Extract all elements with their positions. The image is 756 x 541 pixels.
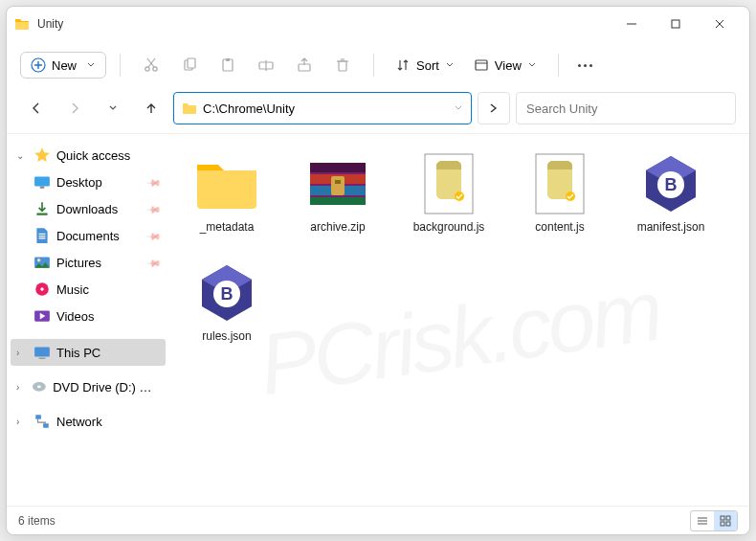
json-icon: B [189, 259, 264, 327]
explorer-window: Unity New Sort View [6, 6, 750, 535]
delete-button[interactable] [325, 48, 360, 82]
download-icon [33, 200, 51, 217]
sidebar-item-downloads[interactable]: Downloads📌 [11, 195, 166, 222]
sidebar-item-desktop[interactable]: Desktop📌 [11, 169, 166, 195]
rename-button[interactable] [249, 48, 283, 82]
separator [120, 54, 121, 77]
svg-rect-14 [226, 58, 230, 61]
recent-button[interactable] [97, 92, 129, 124]
minimize-button[interactable] [610, 9, 654, 39]
svg-rect-1 [672, 20, 679, 28]
network-icon [33, 413, 51, 430]
sidebar-item-network[interactable]: ›Network [11, 408, 166, 435]
file-item-script[interactable]: background.js [395, 144, 502, 247]
svg-rect-38 [310, 163, 366, 172]
chevron-right-icon: › [16, 348, 28, 358]
svg-rect-24 [40, 187, 45, 189]
forward-button[interactable] [58, 92, 91, 124]
svg-point-34 [37, 386, 41, 389]
more-button[interactable] [572, 58, 598, 73]
svg-point-27 [37, 259, 40, 261]
svg-rect-21 [476, 60, 487, 70]
svg-rect-23 [34, 176, 50, 186]
path-input[interactable] [203, 101, 454, 116]
svg-rect-25 [36, 214, 47, 215]
svg-text:B: B [221, 284, 233, 304]
item-count: 6 items [18, 514, 56, 528]
refresh-button[interactable] [478, 92, 510, 124]
svg-rect-41 [310, 197, 366, 205]
sidebar-item-this-pc[interactable]: ›This PC [11, 339, 166, 366]
file-item-script[interactable]: content.js [506, 144, 613, 247]
sidebar-item-pictures[interactable]: Pictures📌 [11, 249, 166, 276]
json-icon: B [634, 149, 708, 218]
pin-icon: 📌 [146, 201, 162, 216]
svg-text:B: B [665, 175, 678, 194]
window-title: Unity [37, 17, 63, 31]
share-button[interactable] [287, 48, 322, 82]
pc-icon [33, 344, 51, 361]
cut-button[interactable] [134, 48, 168, 82]
folder-icon [189, 149, 264, 218]
file-item-json[interactable]: B rules.json [173, 253, 280, 356]
view-toggle [690, 510, 738, 531]
sidebar-item-quick-access[interactable]: ⌄ Quick access [11, 142, 166, 169]
svg-rect-32 [39, 358, 46, 359]
sort-button[interactable]: Sort [388, 53, 462, 78]
svg-line-10 [147, 58, 154, 67]
file-label: content.js [535, 220, 584, 234]
sidebar-item-dvd[interactable]: ›DVD Drive (D:) CCCC [11, 373, 166, 400]
view-button[interactable]: View [466, 53, 545, 78]
file-item-archive[interactable]: archive.zip [284, 144, 391, 247]
document-icon [33, 227, 51, 244]
svg-rect-58 [726, 522, 730, 526]
copy-button[interactable] [172, 48, 207, 82]
navigation-row [7, 89, 749, 133]
svg-rect-55 [721, 516, 724, 520]
pin-icon: 📌 [146, 174, 162, 190]
search-input[interactable] [526, 101, 725, 116]
svg-rect-18 [339, 61, 346, 71]
svg-point-8 [153, 67, 157, 71]
svg-point-29 [40, 287, 43, 290]
watermark: PCrisk.com [254, 261, 665, 415]
pin-icon: 📌 [146, 228, 162, 243]
desktop-icon [33, 173, 51, 191]
file-label: _metadata [200, 220, 255, 234]
svg-rect-31 [34, 347, 50, 356]
icons-view-button[interactable] [714, 511, 737, 530]
address-dropdown-icon[interactable] [454, 100, 463, 117]
back-button[interactable] [20, 92, 53, 124]
pin-icon: 📌 [146, 255, 162, 270]
address-bar[interactable] [173, 92, 472, 124]
svg-rect-56 [726, 516, 730, 520]
videos-icon [33, 307, 51, 325]
file-list: PCrisk.com _metadata archive.zip backgro… [169, 134, 749, 506]
up-button[interactable] [135, 92, 167, 124]
svg-rect-12 [188, 58, 195, 68]
close-button[interactable] [698, 9, 742, 39]
paste-button[interactable] [211, 48, 245, 82]
new-button[interactable]: New [20, 52, 106, 79]
script-icon [523, 149, 597, 218]
svg-line-9 [148, 58, 155, 67]
separator [373, 54, 374, 77]
sidebar-item-documents[interactable]: Documents📌 [11, 222, 166, 249]
star-icon [33, 147, 51, 164]
chevron-down-icon: ⌄ [16, 150, 28, 161]
maximize-button[interactable] [654, 9, 698, 39]
svg-rect-17 [299, 64, 310, 71]
sidebar-item-music[interactable]: Music [11, 276, 166, 303]
file-item-json[interactable]: B manifest.json [617, 144, 724, 247]
sidebar-item-videos[interactable]: Videos [11, 303, 166, 329]
search-box[interactable] [516, 92, 736, 124]
file-label: manifest.json [637, 220, 705, 234]
folder-icon [182, 101, 197, 116]
svg-rect-43 [335, 180, 341, 184]
status-bar: 6 items [7, 506, 749, 534]
toolbar: New Sort View [7, 41, 749, 89]
file-label: archive.zip [310, 220, 365, 234]
file-item-folder[interactable]: _metadata [173, 144, 280, 247]
details-view-button[interactable] [691, 511, 714, 530]
svg-rect-36 [43, 423, 49, 428]
